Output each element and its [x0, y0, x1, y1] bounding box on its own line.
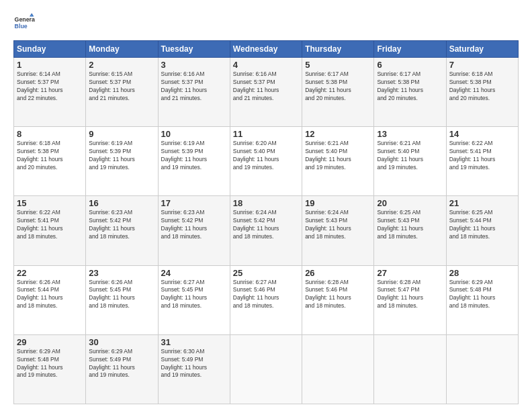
day-number: 21 [449, 198, 515, 208]
calendar-cell [302, 334, 374, 404]
day-number: 17 [161, 198, 227, 208]
day-info: Sunrise: 6:16 AM Sunset: 5:37 PM Dayligh… [233, 71, 299, 103]
calendar-cell: 9Sunrise: 6:19 AM Sunset: 5:39 PM Daylig… [86, 127, 158, 196]
calendar-cell: 24Sunrise: 6:27 AM Sunset: 5:45 PM Dayli… [158, 265, 230, 334]
day-info: Sunrise: 6:25 AM Sunset: 5:44 PM Dayligh… [449, 209, 515, 241]
day-info: Sunrise: 6:22 AM Sunset: 5:41 PM Dayligh… [449, 140, 515, 172]
day-number: 16 [89, 198, 154, 208]
day-info: Sunrise: 6:25 AM Sunset: 5:43 PM Dayligh… [377, 209, 443, 241]
day-number: 3 [161, 60, 227, 70]
calendar-cell: 20Sunrise: 6:25 AM Sunset: 5:43 PM Dayli… [374, 196, 446, 265]
day-number: 8 [17, 129, 83, 139]
day-info: Sunrise: 6:29 AM Sunset: 5:49 PM Dayligh… [89, 348, 154, 380]
calendar-cell: 18Sunrise: 6:24 AM Sunset: 5:42 PM Dayli… [230, 196, 302, 265]
calendar-cell: 16Sunrise: 6:23 AM Sunset: 5:42 PM Dayli… [86, 196, 158, 265]
calendar-cell: 28Sunrise: 6:29 AM Sunset: 5:48 PM Dayli… [446, 265, 518, 334]
day-number: 7 [449, 60, 515, 70]
calendar-week-row: 22Sunrise: 6:26 AM Sunset: 5:44 PM Dayli… [14, 265, 519, 334]
day-info: Sunrise: 6:18 AM Sunset: 5:38 PM Dayligh… [449, 71, 515, 103]
day-info: Sunrise: 6:20 AM Sunset: 5:40 PM Dayligh… [233, 140, 299, 172]
calendar-cell: 19Sunrise: 6:24 AM Sunset: 5:43 PM Dayli… [302, 196, 374, 265]
day-number: 28 [449, 268, 515, 278]
calendar-cell: 5Sunrise: 6:17 AM Sunset: 5:38 PM Daylig… [302, 58, 374, 127]
calendar-cell: 31Sunrise: 6:30 AM Sunset: 5:49 PM Dayli… [158, 334, 230, 404]
day-info: Sunrise: 6:28 AM Sunset: 5:46 PM Dayligh… [305, 279, 371, 311]
calendar-cell [446, 334, 518, 404]
calendar-week-row: 15Sunrise: 6:22 AM Sunset: 5:41 PM Dayli… [14, 196, 519, 265]
calendar-cell: 22Sunrise: 6:26 AM Sunset: 5:44 PM Dayli… [14, 265, 86, 334]
day-number: 5 [305, 60, 371, 70]
header-friday: Friday [374, 41, 446, 58]
day-number: 13 [377, 129, 443, 139]
day-number: 10 [161, 129, 227, 139]
day-info: Sunrise: 6:17 AM Sunset: 5:38 PM Dayligh… [377, 71, 443, 103]
day-number: 20 [377, 198, 443, 208]
calendar-cell [374, 334, 446, 404]
calendar-cell: 13Sunrise: 6:21 AM Sunset: 5:40 PM Dayli… [374, 127, 446, 196]
day-number: 1 [17, 60, 83, 70]
calendar-cell: 3Sunrise: 6:16 AM Sunset: 5:37 PM Daylig… [158, 58, 230, 127]
calendar-cell: 26Sunrise: 6:28 AM Sunset: 5:46 PM Dayli… [302, 265, 374, 334]
calendar-cell [230, 334, 302, 404]
day-number: 25 [233, 268, 299, 278]
day-info: Sunrise: 6:23 AM Sunset: 5:42 PM Dayligh… [89, 209, 154, 241]
header-monday: Monday [86, 41, 158, 58]
day-number: 24 [161, 268, 227, 278]
day-number: 4 [233, 60, 299, 70]
day-number: 30 [89, 337, 154, 347]
header-sunday: Sunday [14, 41, 86, 58]
svg-text:General: General [15, 16, 35, 23]
header: General Blue [13, 12, 519, 34]
day-info: Sunrise: 6:22 AM Sunset: 5:41 PM Dayligh… [17, 209, 83, 241]
day-number: 31 [161, 337, 227, 347]
calendar-cell: 6Sunrise: 6:17 AM Sunset: 5:38 PM Daylig… [374, 58, 446, 127]
day-info: Sunrise: 6:19 AM Sunset: 5:39 PM Dayligh… [161, 140, 227, 172]
day-info: Sunrise: 6:27 AM Sunset: 5:46 PM Dayligh… [233, 279, 299, 311]
calendar-cell: 4Sunrise: 6:16 AM Sunset: 5:37 PM Daylig… [230, 58, 302, 127]
header-tuesday: Tuesday [158, 41, 230, 58]
svg-text:Blue: Blue [15, 23, 28, 30]
calendar-page: General Blue Sunday Monday Tuesday Wedne… [0, 0, 532, 411]
day-number: 2 [89, 60, 154, 70]
calendar-cell: 23Sunrise: 6:26 AM Sunset: 5:45 PM Dayli… [86, 265, 158, 334]
day-info: Sunrise: 6:30 AM Sunset: 5:49 PM Dayligh… [161, 348, 227, 380]
calendar-week-row: 1Sunrise: 6:14 AM Sunset: 5:37 PM Daylig… [14, 58, 519, 127]
logo: General Blue [13, 12, 35, 34]
header-thursday: Thursday [302, 41, 374, 58]
calendar-cell: 30Sunrise: 6:29 AM Sunset: 5:49 PM Dayli… [86, 334, 158, 404]
day-number: 9 [89, 129, 154, 139]
weekday-header-row: Sunday Monday Tuesday Wednesday Thursday… [14, 41, 519, 58]
calendar-cell: 27Sunrise: 6:28 AM Sunset: 5:47 PM Dayli… [374, 265, 446, 334]
day-info: Sunrise: 6:14 AM Sunset: 5:37 PM Dayligh… [17, 71, 83, 103]
calendar-cell: 8Sunrise: 6:18 AM Sunset: 5:38 PM Daylig… [14, 127, 86, 196]
calendar-cell: 15Sunrise: 6:22 AM Sunset: 5:41 PM Dayli… [14, 196, 86, 265]
day-info: Sunrise: 6:26 AM Sunset: 5:45 PM Dayligh… [89, 279, 154, 311]
day-number: 22 [17, 268, 83, 278]
day-number: 29 [17, 337, 83, 347]
logo-icon: General Blue [13, 12, 35, 34]
day-number: 14 [449, 129, 515, 139]
day-info: Sunrise: 6:26 AM Sunset: 5:44 PM Dayligh… [17, 279, 83, 311]
day-number: 19 [305, 198, 371, 208]
day-info: Sunrise: 6:24 AM Sunset: 5:42 PM Dayligh… [233, 209, 299, 241]
day-info: Sunrise: 6:17 AM Sunset: 5:38 PM Dayligh… [305, 71, 371, 103]
day-info: Sunrise: 6:19 AM Sunset: 5:39 PM Dayligh… [89, 140, 154, 172]
calendar-cell: 21Sunrise: 6:25 AM Sunset: 5:44 PM Dayli… [446, 196, 518, 265]
calendar-cell: 14Sunrise: 6:22 AM Sunset: 5:41 PM Dayli… [446, 127, 518, 196]
day-number: 11 [233, 129, 299, 139]
day-number: 6 [377, 60, 443, 70]
day-info: Sunrise: 6:24 AM Sunset: 5:43 PM Dayligh… [305, 209, 371, 241]
calendar-week-row: 29Sunrise: 6:29 AM Sunset: 5:48 PM Dayli… [14, 334, 519, 404]
day-info: Sunrise: 6:15 AM Sunset: 5:37 PM Dayligh… [89, 71, 154, 103]
day-info: Sunrise: 6:23 AM Sunset: 5:42 PM Dayligh… [161, 209, 227, 241]
calendar-cell: 11Sunrise: 6:20 AM Sunset: 5:40 PM Dayli… [230, 127, 302, 196]
day-info: Sunrise: 6:16 AM Sunset: 5:37 PM Dayligh… [161, 71, 227, 103]
day-number: 27 [377, 268, 443, 278]
calendar-week-row: 8Sunrise: 6:18 AM Sunset: 5:38 PM Daylig… [14, 127, 519, 196]
day-number: 26 [305, 268, 371, 278]
calendar-cell: 12Sunrise: 6:21 AM Sunset: 5:40 PM Dayli… [302, 127, 374, 196]
calendar-cell: 7Sunrise: 6:18 AM Sunset: 5:38 PM Daylig… [446, 58, 518, 127]
day-number: 12 [305, 129, 371, 139]
calendar-table: Sunday Monday Tuesday Wednesday Thursday… [13, 40, 519, 404]
calendar-body: 1Sunrise: 6:14 AM Sunset: 5:37 PM Daylig… [14, 58, 519, 404]
